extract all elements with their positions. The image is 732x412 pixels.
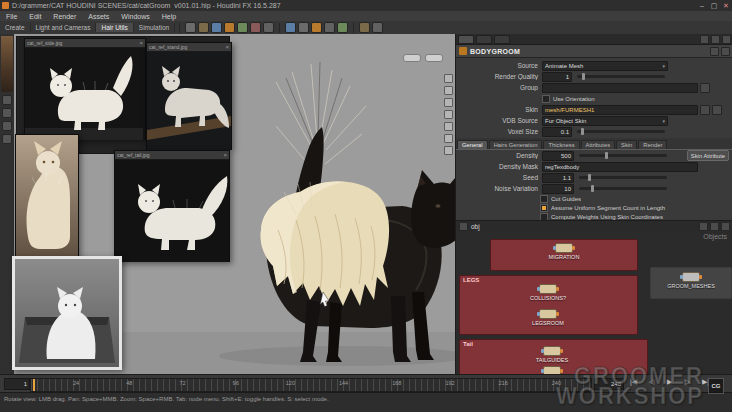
group-select-icon[interactable]: [700, 83, 710, 93]
node-collisions[interactable]: COLLISIONS?: [510, 284, 586, 301]
noise-field[interactable]: 10: [542, 184, 574, 194]
node-name[interactable]: BODYGROOM: [470, 48, 520, 55]
pane-tab[interactable]: [494, 35, 510, 44]
close-icon[interactable]: ×: [225, 44, 229, 50]
play-button[interactable]: ▶: [662, 378, 677, 386]
tab-hairs-generation[interactable]: Hairs Generation: [489, 140, 543, 149]
camera-pill[interactable]: [425, 54, 443, 62]
shelf-tool-icon[interactable]: [237, 22, 248, 33]
reference-image-5[interactable]: [12, 256, 122, 370]
uniform-segment-checkbox[interactable]: [540, 204, 548, 212]
docked-image-thumbnail[interactable]: [1, 36, 13, 92]
reference-window-titlebar[interactable]: cat_ref_stand.jpg ×: [147, 43, 231, 52]
close-icon[interactable]: ×: [223, 152, 227, 158]
reference-window-4[interactable]: cat_ref_tail.jpg ×: [114, 150, 230, 262]
tab-thickness[interactable]: Thickness: [543, 140, 579, 149]
seed-slider[interactable]: [579, 176, 667, 179]
reference-window-1[interactable]: cat_ref_side.jpg ×: [24, 38, 146, 140]
recycle-icon[interactable]: [711, 35, 720, 44]
quality-field[interactable]: 1: [542, 72, 572, 82]
tab-skin[interactable]: Skin: [616, 140, 637, 149]
tab-general[interactable]: General: [457, 140, 488, 149]
node-migration[interactable]: MIGRATION: [526, 243, 602, 260]
tab-attributes[interactable]: Attributes: [581, 140, 616, 149]
pane-tab[interactable]: [476, 35, 492, 44]
shelf-tool-icon[interactable]: [285, 22, 296, 33]
view-layout-icon[interactable]: [444, 74, 453, 83]
view-grid-icon[interactable]: [444, 146, 453, 155]
snapshot-icon[interactable]: [699, 222, 708, 231]
shelf-tool-icon[interactable]: [198, 22, 209, 33]
tab-render[interactable]: Render: [638, 140, 667, 149]
op-chooser-icon[interactable]: [700, 105, 710, 115]
shelf-tool-icon[interactable]: [263, 22, 274, 33]
scale-tool-icon[interactable]: [2, 134, 12, 144]
node-groom-meshes[interactable]: GROOM_MESHES: [653, 272, 729, 289]
shelf-tool-icon[interactable]: [211, 22, 222, 33]
shelf-tab-lights[interactable]: Light and Cameras: [31, 23, 97, 32]
jump-to-node-icon[interactable]: [712, 105, 722, 115]
gear-icon[interactable]: [722, 35, 731, 44]
move-tool-icon[interactable]: [2, 108, 12, 118]
next-frame-button[interactable]: ▷: [680, 378, 695, 386]
seed-field[interactable]: 1.1: [542, 173, 574, 183]
menu-windows[interactable]: Windows: [115, 13, 155, 20]
reference-window-titlebar[interactable]: cat_ref_side.jpg ×: [25, 39, 145, 48]
shelf-tool-icon[interactable]: [185, 22, 196, 33]
last-frame-button[interactable]: ▶|: [698, 378, 713, 386]
noise-slider[interactable]: [579, 187, 667, 190]
skin-path-field[interactable]: mesh/FURMESH1: [542, 105, 698, 115]
density-field[interactable]: 500: [542, 151, 574, 161]
close-button[interactable]: ✕: [720, 2, 732, 10]
minimize-button[interactable]: –: [696, 2, 708, 9]
group-field[interactable]: [542, 83, 698, 93]
reference-image-3[interactable]: [15, 134, 79, 260]
menu-render[interactable]: Render: [47, 13, 82, 20]
shelf-tool-icon[interactable]: [298, 22, 309, 33]
source-dropdown[interactable]: Animate Mesh ▾: [542, 61, 668, 71]
node-legsroom[interactable]: LEGSROOM: [510, 309, 586, 326]
prev-frame-button[interactable]: ◁: [644, 378, 659, 386]
shelf-tool-icon[interactable]: [359, 22, 370, 33]
pane-tab[interactable]: [458, 35, 474, 44]
node-tailguides[interactable]: TAILGUIDES: [514, 346, 590, 363]
shelf-tool-icon[interactable]: [372, 22, 383, 33]
menu-file[interactable]: File: [0, 13, 23, 20]
vdb-source-dropdown[interactable]: Fur Object Skin ▾: [542, 116, 668, 126]
shelf-tab-hair-utils[interactable]: Hair Utils: [96, 23, 133, 32]
home-icon[interactable]: [459, 222, 468, 231]
reference-window-2[interactable]: cat_ref_stand.jpg ×: [146, 42, 232, 150]
close-icon[interactable]: ×: [139, 40, 143, 46]
view-wire-icon[interactable]: [444, 122, 453, 131]
voxel-slider[interactable]: [577, 130, 665, 133]
view-home-icon[interactable]: [444, 86, 453, 95]
playhead-marker[interactable]: [33, 379, 35, 391]
maximize-button[interactable]: ▢: [708, 2, 720, 10]
network-box-meshes[interactable]: GROOM_MESHES: [650, 267, 732, 299]
voxel-field[interactable]: 0.1: [542, 127, 572, 137]
gear-icon[interactable]: [721, 222, 730, 231]
filter-icon[interactable]: [710, 222, 719, 231]
end-frame-field[interactable]: 240: [594, 378, 624, 390]
view-shade-icon[interactable]: [444, 110, 453, 119]
menu-help[interactable]: Help: [156, 13, 182, 20]
network-box-legs[interactable]: LEGS COLLISIONS? LEGSROOM: [459, 275, 638, 335]
shelf-tool-icon[interactable]: [224, 22, 235, 33]
shelf-tool-icon[interactable]: [337, 22, 348, 33]
gear-icon[interactable]: [721, 47, 730, 56]
network-box-tail[interactable]: Tail TAILGUIDES TAILGROOM: [459, 339, 648, 375]
timeline-ruler[interactable]: 24 48 72 96 120 144 168 192 216 240: [30, 378, 592, 392]
network-graph[interactable]: Objects MIGRATION LEGS COLLISIONS? LEGSR…: [456, 231, 732, 375]
use-orientation-checkbox[interactable]: [542, 95, 550, 103]
shelf-tool-icon[interactable]: [250, 22, 261, 33]
cut-guides-checkbox[interactable]: [540, 195, 548, 203]
menu-edit[interactable]: Edit: [23, 13, 47, 20]
view-mode-pill[interactable]: [403, 54, 421, 62]
network-path[interactable]: obj: [471, 223, 480, 230]
lock-icon[interactable]: [710, 47, 719, 56]
quality-slider[interactable]: [577, 75, 665, 78]
view-frame-icon[interactable]: [444, 98, 453, 107]
density-slider[interactable]: [579, 154, 667, 157]
current-frame-field[interactable]: 1: [4, 378, 30, 390]
reference-window-titlebar[interactable]: cat_ref_tail.jpg ×: [115, 151, 229, 160]
